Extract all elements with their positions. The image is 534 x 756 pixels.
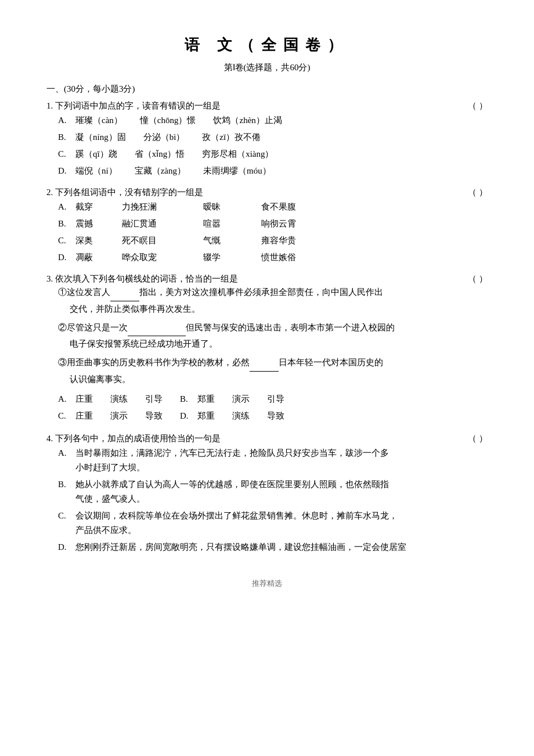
question-4: 4. 下列各句中，加点的成语使用恰当的一句是 （ ） A. 当时暴雨如注，满路泥…: [46, 433, 488, 555]
page-title: 语 文（全国卷）: [46, 35, 488, 55]
q1-bracket: （ ）: [453, 100, 488, 111]
q3-sub1: ①这位发言人 指出，美方对这次撞机事件必须承担全部责任，向中国人民作出: [58, 285, 488, 301]
q2-option-b: B. 震撼 融汇贯通 喧嚣 响彻云霄: [58, 216, 488, 232]
q1-option-c: C. 蹊（qī）跷 省（xǐng）悟 穷形尽相（xiàng）: [58, 146, 488, 162]
q4-option-d: D. 您刚刚乔迁新居，房间宽敞明亮，只有摆设略嫌单调，建设您挂幅油画，一定会使居…: [58, 539, 488, 555]
q3-bracket: （ ）: [453, 273, 488, 285]
q2-option-c: C. 深奥 死不瞑目 气慨 雍容华贵: [58, 233, 488, 249]
q1-number: 1.: [46, 101, 55, 110]
part1-header: 一、(30分，每小题3分): [46, 84, 488, 95]
q1-option-d: D. 端倪（ní） 宝藏（zàng） 未雨绸缪（móu）: [58, 163, 488, 179]
question-1: 1. 下列词语中加点的字，读音有错误的一组是 （ ） A. 璀璨（càn） 憧（…: [46, 100, 488, 179]
q4-option-c: C. 会议期间，农科院等单位在会场外摆出了鲜花盆景销售摊。休息时，摊前车水马龙，…: [58, 508, 488, 536]
q1-option-a: A. 璀璨（càn） 憧（chōng）憬 饮鸩（zhèn）止渴: [58, 113, 488, 128]
section-label: 第Ⅰ卷(选择题，共60分): [46, 62, 488, 73]
q3-sub3: ③用歪曲事实的历史教科书作为学校的教材，必然 日本年轻一代对本国历史的: [58, 355, 488, 372]
q2-text: 下列各组词语中，没有错别字的一组是: [55, 188, 203, 197]
question-3: 3. 依次填入下列各句横线处的词语，恰当的一组是 （ ） ①这位发言人 指出，美…: [46, 273, 488, 425]
question-2: 2. 下列各组词语中，没有错别字的一组是 （ ） A. 截穿 力挽狂澜 暧昧 食…: [46, 187, 488, 265]
q3-sub1-cont: 交代，并防止类似事件再次发生。: [70, 301, 488, 318]
q4-option-a: A. 当时暴雨如注，满路泥泞，汽车已无法行走，抢险队员只好安步当车，跋涉一个多 …: [58, 445, 488, 473]
q2-option-a: A. 截穿 力挽狂澜 暧昧 食不果腹: [58, 199, 488, 215]
q3-number: 3.: [46, 274, 55, 283]
q3-sub2: ②尽管这只是一次 但民警与保安的迅速出击，表明本市第一个进入校园的: [58, 320, 488, 337]
q4-number: 4.: [46, 434, 55, 443]
q4-bracket: （ ）: [453, 433, 488, 444]
q2-option-d: D. 凋蔽 哗众取宠 辍学 愤世嫉俗: [58, 250, 488, 265]
footer: 推荐精选: [46, 578, 488, 589]
q2-bracket: （ ）: [453, 187, 488, 198]
q3-options-left: A. 庄重 演练 引导 B. 郑重 演示 引导 C. 庄重 演示 导致 D. 郑…: [58, 391, 488, 425]
q4-text: 下列各句中，加点的成语使用恰当的一句是: [55, 434, 221, 443]
q1-text: 下列词语中加点的字，读音有错误的一组是: [55, 101, 221, 110]
q1-option-b: B. 凝（níng）固 分泌（bì） 孜（zī）孜不倦: [58, 129, 488, 145]
q2-number: 2.: [46, 188, 55, 197]
q3-sub3-cont: 认识偏离事实。: [70, 372, 488, 388]
q4-option-b: B. 她从小就养成了自认为高人一等的优越感，即使在医院里要别人照顾，也依然颐指 …: [58, 477, 488, 505]
q3-sub2-cont: 电子保安报警系统已经成功地开通了。: [70, 336, 488, 352]
q3-text: 依次填入下列各句横线处的词语，恰当的一组是: [55, 274, 238, 283]
